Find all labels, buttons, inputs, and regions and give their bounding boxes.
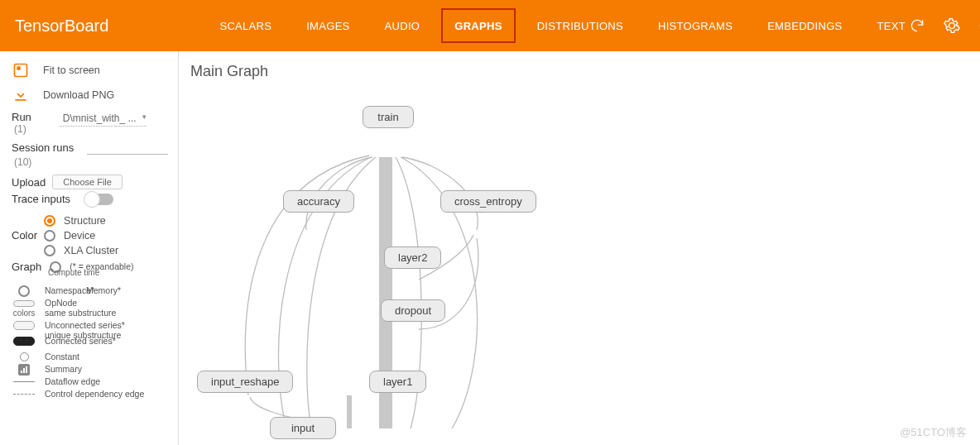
legend-summary-icon	[18, 364, 30, 376]
legend-constant-icon	[20, 352, 29, 361]
graph-namespace-radio[interactable]	[18, 285, 30, 297]
legend-connected-icon	[13, 337, 35, 346]
legend-summary: Summary	[45, 365, 82, 374]
legend-constant: Constant	[45, 352, 79, 361]
header-actions	[909, 17, 980, 34]
tab-graphs[interactable]: GRAPHS	[451, 0, 505, 51]
tab-embeddings[interactable]: EMBEDDINGS	[764, 0, 845, 51]
legend-memory: Memory*	[86, 286, 121, 295]
node-train[interactable]: train	[363, 106, 414, 128]
legend-control-dep-icon	[13, 394, 35, 395]
node-input-reshape[interactable]: input_reshape	[197, 371, 293, 393]
upload-label: Upload	[12, 176, 46, 189]
download-icon[interactable]	[12, 86, 30, 104]
tab-text[interactable]: TEXT	[874, 0, 909, 51]
header: TensorBoard SCALARS IMAGES AUDIO GRAPHS …	[0, 0, 980, 51]
color-device-radio[interactable]	[44, 230, 55, 242]
session-runs-select[interactable]	[87, 141, 168, 155]
color-label: Color	[12, 229, 37, 242]
legend-control-dep: Control dependency edge	[45, 390, 144, 399]
legend-connected: Connected series*	[45, 337, 116, 346]
legend-dataflow: Dataflow edge	[45, 377, 100, 386]
node-layer2[interactable]: layer2	[384, 246, 441, 269]
header-tabs: SCALARS IMAGES AUDIO GRAPHS DISTRIBUTION…	[216, 0, 909, 51]
main-title: Main Graph	[190, 63, 980, 80]
node-cross-entropy[interactable]: cross_entropy	[440, 190, 536, 213]
main-panel: Main Graph train accuracy cross_entropy …	[179, 51, 980, 445]
legend-opnode-icon	[13, 300, 35, 307]
legend-same-sub: same substructure	[45, 309, 116, 318]
node-input[interactable]: input	[270, 417, 336, 439]
tab-audio[interactable]: AUDIO	[382, 0, 424, 51]
run-select[interactable]: D\mnist_with_ ...	[60, 111, 147, 127]
legend-colors-label: colors	[12, 309, 36, 318]
tab-histograms[interactable]: HISTOGRAMS	[655, 0, 736, 51]
app-logo: TensorBoard	[15, 17, 108, 36]
legend-unconnected: Unconnected series*	[45, 321, 125, 330]
legend-compute-time: Compute time	[48, 268, 99, 277]
color-structure-label: Structure	[64, 215, 106, 227]
svg-rect-4	[21, 371, 22, 373]
color-xla-radio[interactable]	[44, 245, 55, 256]
tab-images[interactable]: IMAGES	[303, 0, 353, 51]
node-accuracy[interactable]: accuracy	[283, 190, 354, 213]
refresh-icon[interactable]	[909, 17, 925, 34]
settings-icon[interactable]	[944, 17, 960, 34]
legend-dataflow-icon	[13, 381, 35, 382]
download-png-button[interactable]: Download PNG	[43, 89, 114, 101]
legend-unconnected-icon	[13, 321, 35, 330]
choose-file-button[interactable]: Choose File	[52, 175, 122, 189]
color-structure-radio[interactable]	[44, 215, 55, 227]
svg-point-3	[17, 67, 20, 69]
svg-rect-5	[23, 368, 25, 373]
session-count: (10)	[14, 156, 170, 168]
node-dropout[interactable]: dropout	[381, 299, 445, 322]
tab-distributions[interactable]: DISTRIBUTIONS	[534, 0, 627, 51]
fit-screen-icon[interactable]	[12, 61, 30, 79]
fit-to-screen-button[interactable]: Fit to screen	[43, 65, 100, 76]
node-layer1[interactable]: layer1	[369, 371, 426, 393]
tab-scalars[interactable]: SCALARS	[216, 0, 275, 51]
sidebar: Fit to screen Download PNG Run (1) D\mni…	[0, 51, 179, 445]
run-count: (1)	[14, 123, 31, 135]
graph-legend-label: Graph	[12, 261, 41, 273]
watermark: @51CTO博客	[900, 425, 967, 440]
svg-rect-2	[15, 65, 27, 77]
trace-inputs-label: Trace inputs	[12, 193, 70, 205]
trace-inputs-toggle[interactable]	[85, 194, 113, 205]
color-xla-label: XLA Cluster	[64, 245, 118, 256]
color-device-label: Device	[64, 230, 95, 242]
session-runs-label: Session runs	[12, 141, 74, 154]
run-label: Run	[12, 111, 31, 123]
legend-opnode: OpNode	[45, 299, 77, 308]
svg-rect-6	[26, 366, 27, 373]
